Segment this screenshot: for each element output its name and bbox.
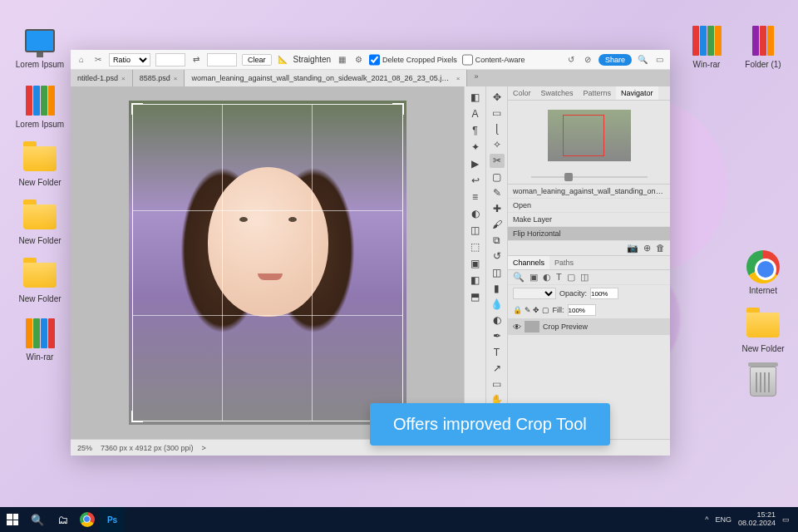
paragraph-panel-icon[interactable]: ¶ — [468, 123, 483, 138]
crop-tool-icon[interactable]: ✂ — [92, 54, 104, 66]
tabs-overflow[interactable]: » — [467, 70, 485, 86]
tray-chevron-icon[interactable]: ^ — [705, 515, 708, 524]
panel-icon[interactable]: ◧ — [468, 273, 483, 288]
photo-canvas[interactable] — [129, 101, 406, 425]
taskbar-photoshop-icon[interactable]: Ps — [100, 507, 125, 532]
layers-panel-icon[interactable]: ≡ — [468, 190, 483, 204]
delete-cropped-checkbox[interactable]: Delete Cropped Pixels — [369, 53, 457, 66]
close-icon[interactable]: × — [174, 75, 178, 82]
desktop-icon-folder[interactable]: Folder (1) — [738, 23, 788, 69]
brush-tool-icon[interactable]: 🖌 — [490, 218, 505, 232]
navigator-thumbnail[interactable] — [508, 101, 670, 170]
eraser-tool-icon[interactable]: ◫ — [490, 265, 505, 279]
tab-paths[interactable]: Paths — [549, 256, 579, 269]
lock-icons[interactable]: 🔒 ✎ ✥ ▢ — [513, 306, 549, 314]
share-button[interactable]: Share — [598, 54, 632, 66]
filter-shape-icon[interactable]: ▢ — [567, 272, 575, 283]
panel-icon[interactable]: ⬒ — [468, 289, 483, 304]
path-tool-icon[interactable]: ↗ — [490, 361, 505, 375]
cancel-icon[interactable]: ⊘ — [582, 54, 594, 66]
workspace-icon[interactable]: ▭ — [653, 54, 665, 66]
filter-smart-icon[interactable]: ◫ — [580, 272, 589, 283]
blur-tool-icon[interactable]: 💧 — [490, 297, 505, 311]
type-tool-icon[interactable]: T — [490, 345, 505, 359]
visibility-icon[interactable]: 👁 — [513, 323, 521, 332]
desktop-icon-pc[interactable]: Lorem Ipsum — [15, 23, 65, 69]
history-step[interactable]: Flip Horizontal — [508, 227, 670, 241]
delete-icon[interactable]: 🗑 — [656, 243, 665, 254]
ratio-w-input[interactable] — [155, 53, 185, 66]
desktop-icon-winrar[interactable]: Win-rar — [15, 316, 65, 362]
desktop-icon-winrar[interactable]: Win-rar — [682, 23, 732, 69]
move-tool-icon[interactable]: ✥ — [490, 90, 505, 104]
desktop-icon-binders[interactable]: Lorem Ipsum — [15, 83, 65, 129]
fill-input[interactable] — [568, 304, 596, 316]
filter-adjust-icon[interactable]: ◐ — [543, 272, 551, 283]
gradient-tool-icon[interactable]: ▮ — [490, 281, 505, 295]
marquee-tool-icon[interactable]: ▭ — [490, 106, 505, 120]
document-tab[interactable]: ntitled-1.psd× — [71, 70, 133, 86]
swap-icon[interactable]: ⇄ — [190, 54, 202, 66]
status-chevron-icon[interactable]: > — [202, 444, 206, 452]
taskbar-explorer-icon[interactable]: 🗂 — [50, 507, 75, 532]
filter-pixel-icon[interactable]: ▣ — [530, 272, 538, 283]
history-step[interactable]: Make Layer — [508, 213, 670, 227]
dodge-tool-icon[interactable]: ◐ — [490, 313, 505, 328]
home-icon[interactable]: ⌂ — [76, 54, 87, 66]
healing-tool-icon[interactable]: ✚ — [490, 201, 505, 215]
close-icon[interactable]: × — [121, 75, 126, 82]
history-brush-icon[interactable]: ↺ — [490, 249, 505, 264]
blend-mode-select[interactable] — [513, 288, 556, 299]
character-panel-icon[interactable]: A — [468, 106, 483, 121]
zoom-level[interactable]: 25% — [77, 444, 92, 452]
desktop-icon-chrome[interactable]: Internet — [738, 249, 788, 295]
shape-tool-icon[interactable]: ▭ — [490, 377, 505, 391]
ratio-select[interactable]: Ratio — [109, 53, 150, 66]
filter-icon[interactable]: 🔍 — [513, 272, 525, 283]
history-panel-icon[interactable]: ↩ — [468, 173, 483, 188]
document-tab[interactable]: 8585.psd× — [133, 70, 185, 86]
layer-row[interactable]: 👁 Crop Preview — [508, 318, 670, 335]
crop-handle-tr[interactable] — [392, 103, 404, 115]
clear-button[interactable]: Clear — [242, 54, 272, 66]
canvas-area[interactable] — [71, 86, 464, 439]
search-icon[interactable]: 🔍 — [637, 54, 648, 66]
desktop-icon-trash[interactable] — [738, 364, 788, 401]
straighten-icon[interactable]: 📐 — [277, 54, 288, 66]
frame-tool-icon[interactable]: ▢ — [490, 170, 505, 184]
stamp-tool-icon[interactable]: ⧉ — [490, 234, 505, 248]
settings-gear-icon[interactable]: ⚙ — [352, 54, 364, 66]
system-tray[interactable]: ^ ENG 15:21 08.02.2024 ▭ — [697, 511, 798, 528]
start-button[interactable] — [0, 507, 25, 532]
navigator-zoom-slider[interactable] — [508, 170, 670, 184]
document-tab[interactable]: woman_leaning_against_wall_standing_on_s… — [185, 70, 467, 86]
history-step[interactable]: Open — [508, 199, 670, 213]
desktop-icon-folder[interactable]: New Folder — [738, 308, 788, 353]
panel-icon[interactable]: ⬚ — [468, 239, 483, 254]
tab-color[interactable]: Color — [508, 86, 536, 100]
taskbar-chrome-icon[interactable]: .taskbar .ico-chrome::after{top:4px;left… — [75, 507, 100, 532]
ratio-h-input[interactable] — [207, 53, 237, 66]
adjustments-panel-icon[interactable]: ◐ — [468, 206, 483, 221]
taskbar-search-icon[interactable]: 🔍 — [25, 507, 50, 532]
tray-language[interactable]: ENG — [715, 515, 732, 524]
crop-handle-bl[interactable] — [131, 411, 143, 422]
content-aware-checkbox[interactable]: Content-Aware — [462, 53, 525, 66]
filter-type-icon[interactable]: T — [556, 272, 562, 283]
close-icon[interactable]: × — [456, 75, 461, 82]
lasso-tool-icon[interactable]: ɭ — [490, 121, 505, 135]
tray-clock[interactable]: 15:21 08.02.2024 — [738, 511, 776, 528]
history-source[interactable]: woman_leaning_against_wall_standing_on_s… — [508, 185, 670, 199]
tab-patterns[interactable]: Patterns — [579, 86, 617, 100]
crop-handle-tl[interactable] — [131, 103, 143, 115]
panel-icon[interactable]: ▣ — [468, 256, 483, 271]
actions-panel-icon[interactable]: ▶ — [468, 156, 483, 171]
tab-navigator[interactable]: Navigator — [616, 86, 658, 100]
new-doc-icon[interactable]: ⊕ — [643, 243, 651, 254]
desktop-icon-folder[interactable]: New Folder — [15, 141, 65, 187]
crop-tool-icon[interactable]: ✂ — [490, 154, 505, 168]
tray-notifications-icon[interactable]: ▭ — [782, 515, 790, 524]
new-snapshot-icon[interactable]: 📷 — [627, 243, 638, 254]
desktop-icon-folder[interactable]: New Folder — [15, 200, 65, 245]
eyedropper-tool-icon[interactable]: ✎ — [490, 185, 505, 200]
